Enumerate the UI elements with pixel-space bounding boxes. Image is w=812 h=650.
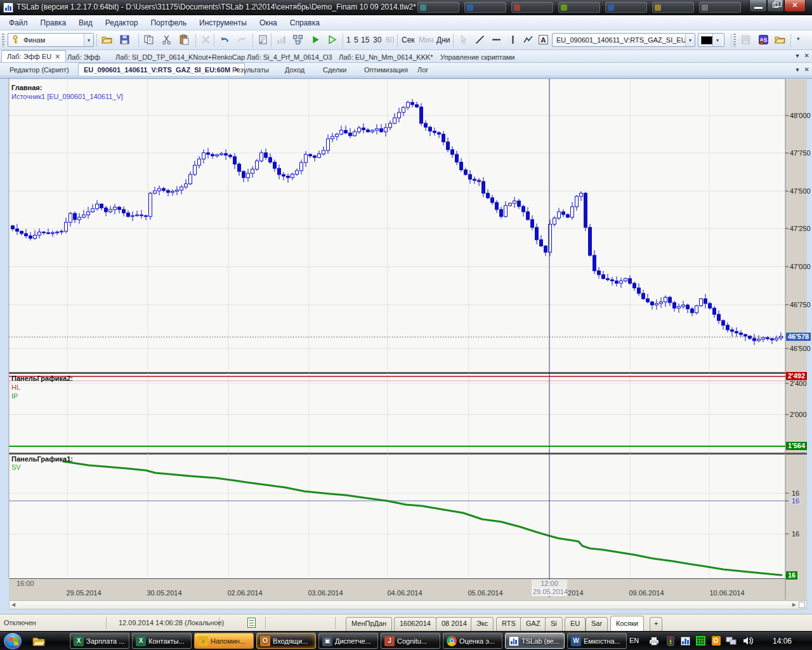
delete-button[interactable]: [198, 33, 213, 48]
save-button[interactable]: [117, 33, 132, 48]
open-layout-button[interactable]: [772, 33, 787, 48]
minimize-button[interactable]: [749, 0, 767, 12]
taskbar-button-9[interactable]: WЕмкостна...: [567, 633, 627, 649]
tab-list-icon[interactable]: ▾: [796, 66, 799, 73]
doc-tab-6[interactable]: Оптимизация: [359, 64, 413, 76]
taskbar-button-2[interactable]: XКонтакты...: [132, 633, 192, 649]
data-log-icon[interactable]: [247, 618, 256, 628]
trend-line-button[interactable]: [472, 33, 487, 48]
data-tab-16062014[interactable]: 16062014: [394, 617, 436, 632]
timeframe-30-button[interactable]: 30: [373, 36, 381, 44]
taskbar-button-5[interactable]: ▣Диспетче...: [318, 633, 378, 649]
toolbar-overflow-button[interactable]: ▾: [797, 36, 800, 42]
doc-tab-4[interactable]: Доход: [280, 64, 310, 76]
close-pane-icon[interactable]: ✕: [804, 66, 809, 73]
table-grid-icon[interactable]: [695, 635, 706, 646]
time-axis[interactable]: [9, 578, 785, 600]
volume-icon[interactable]: [742, 635, 753, 646]
menu-item-3[interactable]: Вид: [72, 16, 99, 30]
outlook-tray-icon[interactable]: O: [710, 635, 721, 646]
redo-button[interactable]: [234, 33, 249, 48]
timeframe-60-button[interactable]: 60: [386, 36, 394, 44]
script-editor-button[interactable]: AS: [756, 33, 771, 48]
price-axis[interactable]: [785, 79, 807, 600]
doc-tab-5[interactable]: Сделки: [318, 64, 352, 76]
doc-tab-2[interactable]: EU_090601_140611_V:RTS_GAZ_SI_EU:60M✕: [78, 63, 245, 76]
doc-tab-3[interactable]: Результаты: [227, 64, 274, 76]
data-tab-Sar[interactable]: Sar: [586, 617, 608, 632]
open-file-button[interactable]: [99, 33, 114, 48]
scroll-left-icon[interactable]: ◀: [11, 602, 15, 607]
period-1-button[interactable]: Сек: [402, 36, 415, 44]
data-tab-Экс[interactable]: Экс: [471, 617, 494, 632]
timeframe-1-button[interactable]: 1: [346, 36, 351, 44]
horizontal-line-button[interactable]: [488, 33, 504, 48]
timeframe-5-button[interactable]: 5: [354, 36, 358, 44]
period-2-button[interactable]: Мин: [419, 36, 433, 44]
add-data-tab-button[interactable]: +: [650, 617, 662, 632]
panel2-plot[interactable]: [9, 374, 785, 453]
menu-item-8[interactable]: Справка: [284, 16, 326, 30]
printer-icon[interactable]: [648, 635, 659, 646]
chart-button[interactable]: [273, 33, 289, 48]
period-3-button[interactable]: Дни: [436, 36, 450, 44]
taskbar-button-6[interactable]: JCognitu...: [381, 633, 440, 649]
start-button[interactable]: [3, 632, 22, 650]
cut-button[interactable]: [159, 33, 174, 48]
data-tab-EU[interactable]: EU: [565, 617, 586, 632]
explorer-button[interactable]: [30, 634, 47, 648]
menu-item-4[interactable]: Редактор: [99, 16, 145, 30]
menu-item-2[interactable]: Правка: [34, 16, 73, 30]
copy-button[interactable]: [141, 33, 156, 48]
taskbar-button-3[interactable]: ♪Напомин...: [194, 633, 254, 649]
taskbar-clock[interactable]: 14:06: [773, 637, 792, 646]
panel-splitter-1[interactable]: [9, 372, 807, 374]
price-chart-plot[interactable]: [9, 79, 785, 372]
color-combo-arrow[interactable]: ▾: [712, 34, 722, 46]
close-button[interactable]: ✕: [784, 0, 806, 12]
lab-tab-2[interactable]: Лаб: Эфф: [62, 51, 105, 62]
taskbar-button-1[interactable]: XЗарплата ...: [70, 633, 129, 649]
text-label-button[interactable]: A: [535, 33, 551, 48]
panel-splitter-2[interactable]: [9, 453, 807, 454]
doc-tab-7[interactable]: Лог: [412, 64, 433, 76]
data-tab-GAZ[interactable]: GAZ: [520, 617, 546, 632]
scroll-resize-box[interactable]: [799, 602, 805, 608]
data-tab-МенПрДан[interactable]: МенПрДан: [346, 617, 392, 632]
symbol-combo[interactable]: EU_090601_140611_V:RTS_GAZ_SI_EU▾: [552, 33, 695, 47]
zigzag-button[interactable]: [520, 33, 535, 48]
menu-item-1[interactable]: Файл: [3, 16, 34, 30]
panel1-plot[interactable]: [9, 454, 785, 578]
run-step-button[interactable]: [324, 33, 339, 48]
scroll-right-icon[interactable]: ▶: [792, 602, 796, 607]
run-button[interactable]: [308, 33, 323, 48]
properties-button[interactable]: [255, 33, 270, 48]
taskbar-button-7[interactable]: Оценка э...: [443, 633, 502, 649]
menu-item-6[interactable]: Инструменты: [193, 16, 253, 30]
symbol-combo-arrow[interactable]: ▾: [685, 34, 695, 46]
language-indicator[interactable]: EN: [629, 637, 639, 644]
title-bar[interactable]: TSLab (версия 1.2.17.0:64bit) - D:\Users…: [0, 0, 812, 15]
agent-status-icon[interactable]: [665, 635, 676, 646]
provider-combo-arrow[interactable]: ▾: [84, 34, 93, 46]
tslab-tray-icon[interactable]: [680, 635, 691, 646]
menu-item-7[interactable]: Окна: [253, 16, 284, 30]
network-icon[interactable]: [726, 635, 737, 646]
chart-h-scrollbar[interactable]: ◀▶: [9, 600, 807, 609]
restore-button[interactable]: [767, 0, 784, 12]
lab-tab-4[interactable]: Лаб: Si_4_Prf_M_0614_O3: [242, 51, 337, 62]
data-tab-Si[interactable]: Si: [545, 617, 563, 632]
undo-button[interactable]: [216, 33, 232, 48]
taskbar-button-8[interactable]: TSLab (ве...: [505, 633, 565, 649]
pointer-button[interactable]: [455, 33, 471, 48]
save-layout-button[interactable]: [738, 33, 753, 48]
vertical-line-button[interactable]: [505, 33, 520, 48]
doc-tab-1[interactable]: Редактор (Скрипт): [4, 64, 74, 76]
data-tab-RTS[interactable]: RTS: [496, 617, 521, 632]
menu-item-5[interactable]: Портфель: [144, 16, 193, 30]
tab-list-icon[interactable]: ▾: [796, 52, 799, 59]
taskbar-button-4[interactable]: OВходящи...: [256, 633, 316, 649]
script-scheme-button[interactable]: [290, 33, 305, 48]
paste-button[interactable]: [176, 33, 192, 48]
lab-tab-6[interactable]: Управление скриптами: [435, 51, 520, 62]
